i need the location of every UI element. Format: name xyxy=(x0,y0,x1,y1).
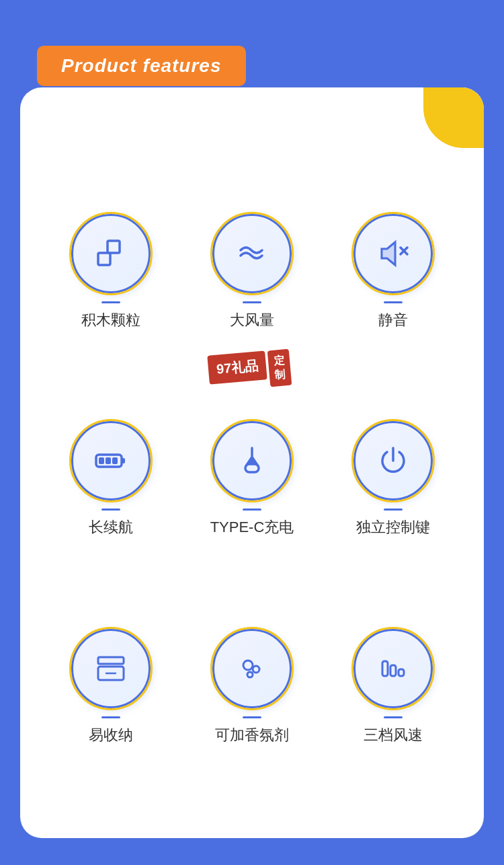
speed-icon xyxy=(375,650,411,687)
svg-rect-1 xyxy=(98,253,110,265)
feature-dash-aroma xyxy=(243,716,261,718)
icon-circle-typec xyxy=(212,421,292,500)
svg-rect-23 xyxy=(398,669,404,676)
typec-icon xyxy=(234,443,270,479)
feature-label-typec: TYPE-C充电 xyxy=(210,517,294,537)
watermark-sub: 定制 xyxy=(267,349,292,387)
product-features-tag: Product features xyxy=(37,46,246,86)
icon-circle-blocks xyxy=(71,214,151,293)
yellow-corner-decoration xyxy=(423,87,484,148)
product-tag-text: Product features xyxy=(61,55,222,76)
icon-circle-wind xyxy=(212,214,292,293)
feature-label-blocks: 积木颗粒 xyxy=(81,310,140,330)
feature-mute: 静音 xyxy=(329,175,457,369)
feature-label-aroma: 可加香氛剂 xyxy=(215,725,289,745)
svg-point-20 xyxy=(247,672,253,677)
mute-icon xyxy=(375,235,411,272)
blocks-icon xyxy=(93,235,129,272)
power-icon xyxy=(375,443,411,479)
feature-typec: TYPE-C充电 xyxy=(188,383,316,577)
icon-circle-aroma xyxy=(212,629,292,708)
feature-label-battery: 长续航 xyxy=(89,517,133,537)
svg-rect-10 xyxy=(112,457,118,464)
icon-circle-battery xyxy=(71,421,151,500)
feature-dash-blocks xyxy=(101,301,120,303)
feature-dash-store xyxy=(101,716,120,718)
battery-icon xyxy=(93,443,129,479)
feature-label-mute: 静音 xyxy=(378,310,408,330)
svg-marker-12 xyxy=(247,456,257,464)
feature-blocks: 积木颗粒 xyxy=(47,175,175,369)
svg-marker-2 xyxy=(382,242,395,265)
svg-rect-8 xyxy=(99,457,104,464)
feature-label-wind: 大风量 xyxy=(230,310,274,330)
icon-circle-power xyxy=(353,421,433,500)
features-grid: 积木颗粒 大风量 xyxy=(20,161,484,811)
svg-rect-7 xyxy=(122,458,125,463)
feature-wind: 大风量 xyxy=(188,175,316,369)
icon-circle-store xyxy=(71,629,151,708)
aroma-icon xyxy=(234,650,270,687)
page-wrapper: Product features 积木颗粒 xyxy=(0,0,504,865)
icon-circle-speed xyxy=(353,629,433,708)
feature-dash-wind xyxy=(243,301,261,303)
svg-rect-15 xyxy=(98,657,124,664)
icon-circle-mute xyxy=(353,214,433,293)
feature-power: 独立控制键 xyxy=(329,383,457,577)
feature-dash-speed xyxy=(384,716,403,718)
feature-store: 易收纳 xyxy=(47,590,175,784)
feature-battery: 长续航 xyxy=(47,383,175,577)
svg-rect-22 xyxy=(390,665,396,676)
feature-dash-typec xyxy=(243,509,261,511)
svg-point-18 xyxy=(243,661,253,670)
feature-speed: 三档风速 xyxy=(329,590,457,784)
svg-point-19 xyxy=(253,666,259,673)
feature-dash-mute xyxy=(384,301,403,303)
watermark-main: 97礼品 xyxy=(207,351,267,385)
svg-rect-21 xyxy=(382,661,388,676)
feature-dash-power xyxy=(384,509,403,511)
svg-rect-13 xyxy=(245,464,259,472)
store-icon xyxy=(93,650,129,687)
feature-label-speed: 三档风速 xyxy=(364,725,423,745)
watermark-stamp: 97礼品 定制 xyxy=(208,350,290,386)
svg-rect-9 xyxy=(106,457,111,464)
feature-dash-battery xyxy=(101,509,120,511)
feature-aroma: 可加香氛剂 xyxy=(188,590,316,784)
wind-icon xyxy=(234,235,270,272)
white-card: 积木颗粒 大风量 xyxy=(20,87,484,838)
feature-label-power: 独立控制键 xyxy=(356,517,430,537)
svg-rect-0 xyxy=(108,241,120,253)
feature-label-store: 易收纳 xyxy=(89,725,133,745)
